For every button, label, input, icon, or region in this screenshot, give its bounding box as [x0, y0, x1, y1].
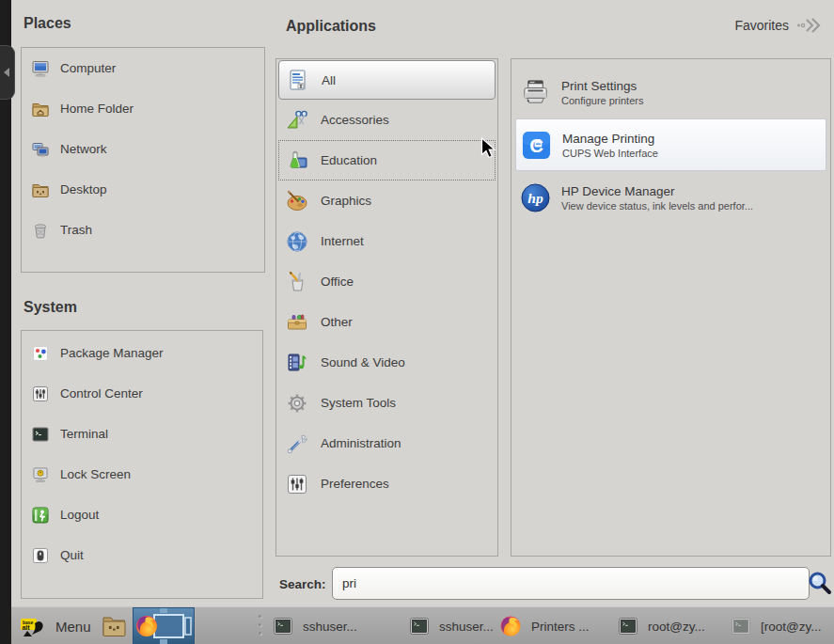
category-label: Graphics [321, 194, 371, 208]
category-education[interactable]: Education [278, 140, 496, 181]
system-item-quit[interactable]: Quit [22, 535, 262, 575]
network-icon [31, 140, 50, 159]
sound-video-icon [285, 351, 309, 375]
category-all[interactable]: All [278, 60, 496, 100]
app-print-settings[interactable]: Print Settings Configure printers [515, 66, 826, 118]
category-administration[interactable]: Administration [278, 423, 496, 463]
system-item-label: Lock Screen [60, 467, 131, 481]
workspace-switcher[interactable] [133, 607, 195, 644]
basealt-menu-icon: basealt [20, 614, 47, 639]
category-accessories[interactable]: Accessories [278, 100, 496, 140]
app-title: Print Settings [561, 79, 643, 93]
place-item-computer[interactable]: Computer [22, 48, 264, 88]
taskbar-window-terminal-1[interactable]: sshuser... [273, 611, 357, 641]
print-settings-icon [520, 77, 551, 108]
menu-button-label: Menu [55, 619, 91, 635]
system-item-lock-screen[interactable]: Lock Screen [22, 454, 262, 495]
mint-menu-window: Places Computer Home Folder Network Desk… [11, 0, 834, 607]
favorites-button[interactable]: Favorites [734, 17, 821, 34]
all-applications-icon [286, 68, 310, 92]
categories-box: All Accessories Education Graphics Inter… [275, 58, 498, 557]
category-label: Other [321, 315, 353, 329]
place-item-label: Network [60, 142, 107, 156]
place-item-trash[interactable]: Trash [22, 210, 264, 250]
system-item-package-manager[interactable]: Package Manager [22, 333, 262, 373]
system-item-label: Control Center [60, 386, 143, 401]
application-results-panel: Print Settings Configure printers C Mana… [511, 58, 831, 557]
search-icon[interactable] [807, 570, 833, 596]
app-title: Manage Printing [562, 132, 658, 146]
taskbar-panel: basealt Menu sshuser... sshuser... Print… [11, 606, 834, 644]
taskbar-window-label: root@zy... [648, 620, 705, 634]
system-item-control-center[interactable]: Control Center [22, 373, 262, 414]
terminal-icon [31, 425, 50, 444]
app-hp-device-manager[interactable]: hp HP Device Manager View device status,… [515, 171, 826, 224]
firefox-icon [136, 616, 157, 636]
desktop-folder-launcher-icon[interactable] [102, 615, 127, 637]
place-item-label: Computer [60, 61, 116, 75]
category-office[interactable]: Office [278, 261, 496, 302]
category-graphics[interactable]: Graphics [278, 181, 496, 221]
terminal-icon [273, 616, 293, 636]
place-item-label: Home Folder [60, 102, 134, 116]
workspace-windows-icon [134, 608, 194, 644]
category-label: Office [321, 275, 354, 289]
taskbar-window-label: sshuser... [303, 620, 357, 634]
svg-text:alt: alt [22, 623, 30, 630]
administration-icon [285, 432, 309, 456]
terminal-icon [618, 616, 638, 636]
app-title: HP Device Manager [561, 184, 753, 198]
app-subtitle: Configure printers [561, 95, 643, 106]
system-item-label: Package Manager [60, 346, 164, 360]
mouse-cursor [480, 137, 496, 160]
control-center-icon [31, 385, 50, 403]
category-sound-video[interactable]: Sound & Video [278, 342, 496, 383]
system-item-label: Terminal [60, 427, 108, 441]
taskbar-window-terminal-2[interactable]: sshuser... [409, 611, 494, 641]
firefox-icon [499, 615, 522, 637]
place-item-network[interactable]: Network [22, 129, 264, 169]
category-other[interactable]: Other [278, 302, 496, 342]
system-tools-icon [285, 391, 309, 416]
taskbar-window-printers-firefox[interactable]: Printers ... [499, 611, 590, 641]
education-icon [285, 149, 309, 173]
quit-icon [31, 546, 50, 565]
place-item-desktop[interactable]: Desktop [22, 169, 264, 210]
taskbar-window-label: sshuser... [439, 620, 494, 634]
svg-text:hp: hp [527, 190, 543, 206]
category-system-tools[interactable]: System Tools [278, 383, 496, 423]
panel-hide-tab[interactable] [0, 45, 15, 100]
lock-screen-icon [31, 465, 50, 484]
system-item-terminal[interactable]: Terminal [22, 414, 262, 454]
app-subtitle: View device status, ink levels and perfo… [561, 200, 753, 212]
menu-button[interactable]: basealt Menu [20, 612, 91, 640]
search-input[interactable] [332, 567, 810, 600]
taskbar-window-terminal-4[interactable]: [root@zy... [731, 611, 821, 641]
app-manage-printing[interactable]: C Manage Printing CUPS Web Interface [515, 118, 826, 171]
category-label: Education [321, 153, 377, 167]
category-preferences[interactable]: Preferences [278, 463, 496, 504]
category-label: Internet [321, 234, 364, 248]
place-item-home[interactable]: Home Folder [22, 88, 264, 129]
places-title: Places [24, 15, 71, 32]
desktop-folder-icon [31, 181, 50, 199]
taskbar-window-terminal-3[interactable]: root@zy... [618, 611, 705, 641]
system-box: Package Manager Control Center Terminal … [21, 330, 263, 599]
system-item-label: Logout [60, 508, 99, 522]
hp-device-manager-icon: hp [520, 182, 551, 213]
taskbar-window-label: Printers ... [531, 620, 590, 634]
accessories-icon [285, 108, 309, 133]
graphics-icon [285, 189, 309, 213]
system-item-logout[interactable]: Logout [22, 495, 262, 535]
office-icon [285, 270, 309, 294]
taskbar-drag-handle[interactable] [259, 615, 262, 637]
category-internet[interactable]: Internet [278, 221, 496, 261]
applications-title: Applications [286, 18, 376, 35]
trash-icon [31, 221, 50, 240]
system-title: System [24, 299, 77, 316]
category-label: System Tools [321, 396, 396, 410]
favorites-arrow-icon [796, 17, 821, 34]
category-label: Sound & Video [321, 355, 405, 369]
category-label: Administration [321, 436, 401, 450]
system-item-label: Quit [60, 548, 84, 562]
